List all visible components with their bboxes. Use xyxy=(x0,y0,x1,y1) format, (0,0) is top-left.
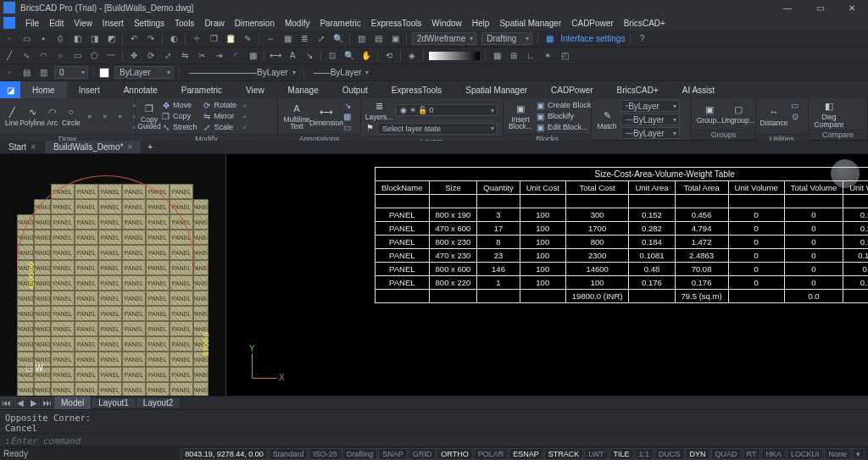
zoom-win-icon[interactable]: 🔍 xyxy=(343,50,355,62)
plot-icon[interactable]: ◧ xyxy=(71,33,83,45)
layout-first-icon[interactable]: ⏮ xyxy=(1,397,13,409)
menu-dimension[interactable]: Dimension xyxy=(230,19,280,28)
entity-info-icon[interactable]: ▫ xyxy=(3,67,15,79)
scale-button[interactable]: ⤢Scale xyxy=(203,122,237,132)
menu-draw[interactable]: Draw xyxy=(199,19,229,28)
ungroup-button[interactable]: ▢Ungroup... xyxy=(726,103,751,125)
ribbon-tab-view[interactable]: View xyxy=(234,81,276,98)
ribbon-tab-insert[interactable]: Insert xyxy=(67,81,112,98)
status-toggle-tile[interactable]: TILE xyxy=(609,448,634,460)
redo-icon[interactable]: ↷ xyxy=(145,33,157,45)
layer-state-combo2[interactable]: Select layer state xyxy=(377,123,498,135)
status-workspace[interactable]: Drafting xyxy=(342,448,378,460)
ribbon-tab-manage[interactable]: Manage xyxy=(276,81,331,98)
status-arrow-icon[interactable]: ▾ xyxy=(852,448,865,460)
scl2-button[interactable]: ▫ xyxy=(240,122,249,132)
layout-next-icon[interactable]: ▶ xyxy=(28,397,40,409)
measure-icon[interactable]: ↔ xyxy=(264,33,276,45)
match-icon[interactable]: ✎ xyxy=(242,33,253,45)
region-icon[interactable]: ▥ xyxy=(355,33,367,45)
insert-block-button[interactable]: ▣Insert Block... xyxy=(509,103,532,130)
color-swatch[interactable] xyxy=(99,68,109,78)
print-icon[interactable]: ⎙ xyxy=(54,33,66,45)
publish-icon[interactable]: ◨ xyxy=(88,33,100,45)
lineweight-swatch[interactable] xyxy=(429,52,480,60)
export-icon[interactable]: ◩ xyxy=(105,33,117,45)
status-toggle-polar[interactable]: POLAR xyxy=(474,448,509,460)
dwg-compare-button[interactable]: ◧Dwg Compare xyxy=(814,100,844,128)
ray-button[interactable]: ▫ xyxy=(99,110,111,123)
stretch-button[interactable]: ⤡Stretch xyxy=(161,122,198,132)
fit-icon[interactable]: ⤢ xyxy=(315,33,327,45)
status-toggle-ducs[interactable]: DUCS xyxy=(654,448,685,460)
ucs-icon[interactable]: ◰ xyxy=(559,50,570,62)
close-tab-icon[interactable]: × xyxy=(31,142,36,152)
sheet-set-icon[interactable]: ▥ xyxy=(37,67,49,79)
block-icon[interactable]: ▣ xyxy=(389,33,401,45)
status-toggle-1:1[interactable]: 1:1 xyxy=(635,448,654,460)
rect-tool-icon[interactable]: ▭ xyxy=(71,50,83,62)
ortho-icon[interactable]: ∟ xyxy=(525,50,537,62)
distance-button[interactable]: ↔Distance xyxy=(761,106,787,127)
fillet-tool-icon[interactable]: ◜ xyxy=(230,50,242,62)
status-toggle-strack[interactable]: STRACK xyxy=(544,448,584,460)
text-tool-icon[interactable]: A xyxy=(287,50,298,62)
group-button[interactable]: ▣Group... xyxy=(697,103,722,125)
menu-cadpower[interactable]: CADPower xyxy=(566,19,618,28)
ribbon-tab-ai-assist[interactable]: AI Assist xyxy=(670,81,726,98)
menu-parametric[interactable]: Parametric xyxy=(314,19,365,28)
viewport-2d[interactable]: PANELPANELPANELPANELPANELPANELPANELPANEL… xyxy=(0,154,226,396)
circle-tool-icon[interactable]: ○ xyxy=(54,50,66,62)
mtext-button[interactable]: AMultiline Text xyxy=(283,103,310,130)
menu-window[interactable]: Window xyxy=(426,19,467,28)
move-tool-icon[interactable]: ✥ xyxy=(128,50,140,62)
ribbon-tab-spatial-manager[interactable]: Spatial Manager xyxy=(453,81,539,98)
copy-icon[interactable]: ❐ xyxy=(208,33,220,45)
close-tab-icon[interactable]: × xyxy=(127,142,132,152)
layout-tab-layout2[interactable]: Layout2 xyxy=(136,398,181,407)
ribbon-tab-bricscad-[interactable]: BricsCAD+ xyxy=(605,81,670,98)
status-toggle-none[interactable]: None xyxy=(824,448,851,460)
new-icon[interactable]: ▫ xyxy=(3,33,15,45)
maximize-button[interactable]: ▭ xyxy=(804,0,836,15)
layer-state-combo[interactable]: 0 xyxy=(54,66,88,79)
menu-settings[interactable]: Settings xyxy=(129,19,170,28)
add-doc-tab[interactable]: + xyxy=(142,141,159,153)
edit-block--button[interactable]: ▣Edit Block... xyxy=(536,122,592,132)
status-toggle-lockui[interactable]: LOCKUI xyxy=(787,448,824,460)
status-toggle-quad[interactable]: QUAD xyxy=(711,448,742,460)
undo-icon[interactable]: ↶ xyxy=(128,33,140,45)
ribbon-tab-output[interactable]: Output xyxy=(331,81,380,98)
polar-icon[interactable]: ✶ xyxy=(542,50,554,62)
save-icon[interactable]: ▪ xyxy=(37,33,49,45)
help-icon[interactable]: ? xyxy=(636,33,648,45)
zoom-icon[interactable]: 🔍 xyxy=(332,33,344,45)
layer-combo[interactable]: ◉ ☀ 🔓 0 xyxy=(395,104,498,116)
select-icon[interactable]: ▦ xyxy=(281,33,293,45)
close-button[interactable]: ✕ xyxy=(836,0,868,15)
regen-icon[interactable]: ⟲ xyxy=(383,50,395,62)
xline-button[interactable]: ▫ xyxy=(114,110,126,123)
arc-tool-icon[interactable]: ◠ xyxy=(37,50,49,62)
doc-tab-active[interactable]: BuildWalls_Demo*× xyxy=(45,141,142,153)
menu-help[interactable]: Help xyxy=(467,19,495,28)
area-button[interactable]: ▭ xyxy=(790,100,799,110)
rotate-tool-icon[interactable]: ⟳ xyxy=(145,50,157,62)
layout-tab-layout1[interactable]: Layout1 xyxy=(92,398,136,407)
prop-ltype-combo[interactable]: — ByLayer xyxy=(620,114,680,125)
status-toggle-ortho[interactable]: ORTHO xyxy=(437,448,472,460)
menu-tools[interactable]: Tools xyxy=(170,19,199,28)
dimension-button[interactable]: ⟷Dimension xyxy=(314,106,339,127)
visual-style-combo[interactable]: 2dWireframe xyxy=(412,32,476,45)
ribbon-tab-expresstools[interactable]: ExpressTools xyxy=(380,81,453,98)
menu-edit[interactable]: Edit xyxy=(44,19,69,28)
open-icon[interactable]: ▭ xyxy=(20,33,32,45)
field-button[interactable]: ▭ xyxy=(342,122,352,132)
match-button[interactable]: ✎Match xyxy=(597,109,617,130)
linetype-combo[interactable]: ———————— ByLayer xyxy=(185,66,298,79)
spline-tool-icon[interactable]: 〰 xyxy=(105,50,117,62)
mirror-button[interactable]: ⇋Mirror xyxy=(203,111,237,121)
status-toggle-dyn[interactable]: DYN xyxy=(686,448,710,460)
menu-insert[interactable]: Insert xyxy=(97,19,129,28)
app-home-icon[interactable]: ◪ xyxy=(0,81,20,98)
